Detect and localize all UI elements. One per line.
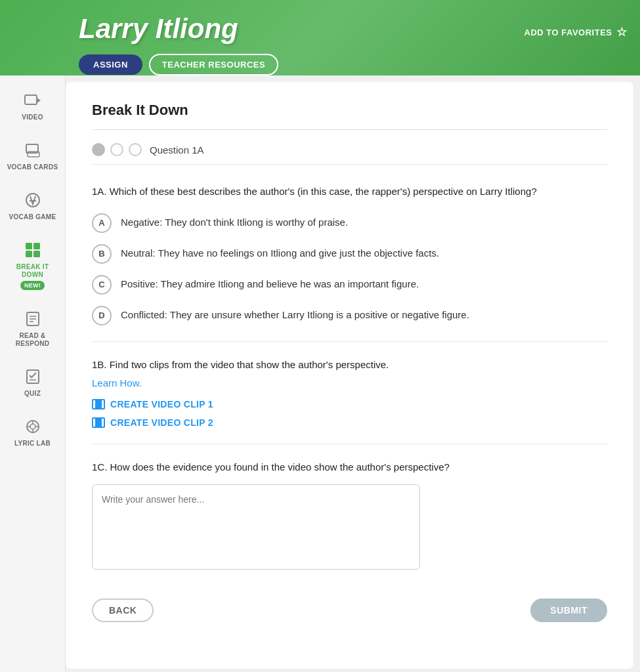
- question-nav-label: Question 1A: [150, 144, 204, 156]
- sidebar-item-video[interactable]: VIDEO: [0, 82, 65, 129]
- star-icon: ☆: [616, 25, 628, 39]
- sidebar-vocab-game-label: VOCAB GAME: [9, 213, 56, 221]
- create-video-clip-2-button[interactable]: CREATE VIDEO CLIP 2: [92, 417, 213, 428]
- answer-textarea[interactable]: [92, 484, 420, 570]
- answer-option-c[interactable]: C Positive: They admire Itliong and beli…: [92, 274, 607, 295]
- answer-option-a[interactable]: A Negative: They don't think Itliong is …: [92, 213, 607, 233]
- header: Larry Itliong ASSIGN TEACHER RESOURCES A…: [0, 0, 640, 75]
- q-circle-2[interactable]: [110, 143, 123, 156]
- sidebar-read-respond-label: READ & RESPOND: [5, 332, 60, 348]
- question-1b-text: 1B. Find two clips from the video that s…: [92, 358, 607, 373]
- svg-rect-0: [25, 95, 37, 104]
- answer-letter-b: B: [92, 244, 112, 264]
- q-circle-1[interactable]: [92, 143, 105, 156]
- sidebar-item-quiz[interactable]: QUIZ: [0, 358, 65, 406]
- section-title: Break It Down: [92, 102, 607, 130]
- answer-text-b: Neutral: They have no feelings on Itlion…: [121, 243, 439, 261]
- sidebar-item-read-respond[interactable]: READ & RESPOND: [0, 301, 65, 356]
- content-area: Break It Down Question 1A 1A. Which of t…: [66, 82, 633, 669]
- footer-buttons: BACK SUBMIT: [92, 592, 607, 622]
- answer-option-d[interactable]: D Conflicted: They are unsure whether La…: [92, 305, 607, 326]
- svg-point-17: [30, 424, 35, 429]
- sidebar-item-vocab-game[interactable]: VOCAB GAME: [0, 182, 65, 229]
- quiz-icon: [22, 366, 43, 387]
- submit-button[interactable]: SUBMIT: [530, 598, 607, 622]
- sidebar-lyric-lab-label: LYRIC LAB: [14, 440, 51, 448]
- svg-rect-7: [33, 243, 40, 249]
- film-icon-1: [92, 399, 105, 410]
- teacher-resources-button[interactable]: TEACHER RESOURCES: [149, 54, 278, 75]
- back-button[interactable]: BACK: [92, 598, 154, 622]
- svg-marker-1: [37, 98, 41, 103]
- question-nav: Question 1A: [92, 143, 607, 165]
- sidebar-item-vocab-cards[interactable]: VOCAB CARDS: [0, 132, 65, 179]
- answer-text-d: Conflicted: They are unsure whether Larr…: [121, 305, 469, 323]
- answer-option-b[interactable]: B Neutral: They have no feelings on Itli…: [92, 243, 607, 264]
- main-layout: VIDEO VOCAB CARDS VOCAB GAME: [0, 75, 640, 672]
- sidebar-video-label: VIDEO: [22, 114, 43, 121]
- divider-2: [92, 444, 607, 444]
- add-to-favorites-button[interactable]: ADD TO FAVORITES ☆: [524, 25, 627, 39]
- divider-1: [92, 341, 607, 342]
- sidebar-quiz-label: QUIZ: [24, 390, 41, 398]
- svg-rect-8: [26, 251, 32, 257]
- answer-text-a: Negative: They don't think Itliong is wo…: [121, 213, 348, 230]
- create-video-clip-1-button[interactable]: CREATE VIDEO CLIP 1: [92, 399, 213, 410]
- answer-text-c: Positive: They admire Itliong and believ…: [121, 274, 419, 292]
- vocab-game-icon: [22, 190, 43, 211]
- vocab-cards-icon: [22, 140, 43, 161]
- new-badge: NEW!: [20, 281, 45, 290]
- break-it-down-icon: [22, 240, 43, 261]
- answer-letter-c: C: [92, 275, 112, 295]
- assign-button[interactable]: ASSIGN: [79, 54, 142, 75]
- sidebar-vocab-cards-label: VOCAB CARDS: [7, 163, 58, 171]
- q-circle-3[interactable]: [129, 143, 142, 156]
- answer-letter-a: A: [92, 213, 112, 233]
- question-1a-text: 1A. Which of these best describes the au…: [92, 184, 607, 200]
- sidebar: VIDEO VOCAB CARDS VOCAB GAME: [0, 75, 66, 672]
- learn-how-link[interactable]: Learn How.: [92, 377, 607, 388]
- sidebar-item-break-it-down[interactable]: BREAK IT DOWN NEW!: [0, 232, 65, 298]
- sidebar-item-lyric-lab[interactable]: LYRIC LAB: [0, 408, 65, 455]
- question-1c-text: 1C. How does the evidence you found in t…: [92, 460, 607, 475]
- header-buttons: ASSIGN TEACHER RESOURCES ADD TO FAVORITE…: [79, 54, 627, 75]
- answer-options: A Negative: They don't think Itliong is …: [92, 213, 607, 326]
- read-respond-icon: [22, 308, 43, 329]
- answer-letter-d: D: [92, 306, 112, 326]
- svg-rect-6: [26, 243, 32, 249]
- video-icon: [22, 90, 43, 111]
- film-icon-2: [92, 417, 105, 428]
- lyric-lab-icon: [22, 416, 43, 437]
- svg-rect-9: [33, 251, 40, 257]
- sidebar-break-it-down-label: BREAK IT DOWN: [5, 263, 60, 279]
